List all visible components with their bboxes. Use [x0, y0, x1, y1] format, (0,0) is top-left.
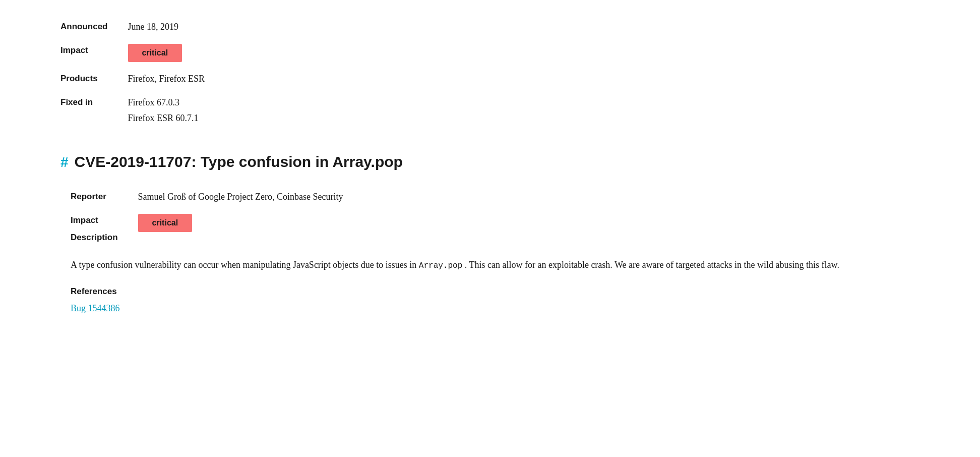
- cve-impact-label-text: Impact: [71, 214, 118, 227]
- references-label: References: [71, 285, 920, 298]
- cve-detail: Reporter Samuel Groß of Google Project Z…: [60, 185, 920, 315]
- announced-row: Announced June 18, 2019: [60, 15, 205, 39]
- products-value: Firefox, Firefox ESR: [128, 67, 205, 91]
- fixed-in-item-0: Firefox 67.0.3: [128, 96, 205, 109]
- description-text-part1: A type confusion vulnerability can occur…: [71, 260, 416, 270]
- description-code: Array.pop: [419, 261, 462, 270]
- top-meta-table: Announced June 18, 2019 Impact critical …: [60, 15, 205, 130]
- fixed-in-label: Fixed in: [60, 91, 128, 130]
- fixed-in-row: Fixed in Firefox 67.0.3 Firefox ESR 60.7…: [60, 91, 205, 130]
- cve-impact-row: Impact Description critical: [71, 209, 343, 254]
- cve-description-label: Description: [71, 227, 118, 249]
- top-meta-section: Announced June 18, 2019 Impact critical …: [60, 15, 920, 130]
- cve-impact-value: critical: [138, 209, 343, 254]
- cve-section: # CVE-2019-11707: Type confusion in Arra…: [60, 150, 920, 315]
- announced-value: June 18, 2019: [128, 15, 205, 39]
- bug-link[interactable]: Bug 1544386: [71, 303, 120, 313]
- impact-row: Impact critical: [60, 39, 205, 67]
- products-row: Products Firefox, Firefox ESR: [60, 67, 205, 91]
- description-text: A type confusion vulnerability can occur…: [71, 258, 920, 273]
- hash-icon: #: [60, 152, 69, 173]
- fixed-in-values: Firefox 67.0.3 Firefox ESR 60.7.1: [128, 91, 205, 130]
- fixed-in-list: Firefox 67.0.3 Firefox ESR 60.7.1: [128, 96, 205, 125]
- announced-label: Announced: [60, 15, 128, 39]
- cve-impact-label: Impact Description: [71, 209, 138, 254]
- description-text-part2: . This can allow for an exploitable cras…: [465, 260, 839, 270]
- cve-title: CVE-2019-11707: Type confusion in Array.…: [75, 150, 403, 173]
- reporter-row: Reporter Samuel Groß of Google Project Z…: [71, 185, 343, 209]
- reporter-label: Reporter: [71, 185, 138, 209]
- cve-impact-badge: critical: [138, 214, 193, 232]
- products-label: Products: [60, 67, 128, 91]
- cve-meta-table: Reporter Samuel Groß of Google Project Z…: [71, 185, 343, 254]
- fixed-in-item-1: Firefox ESR 60.7.1: [128, 111, 205, 125]
- impact-label: Impact: [60, 39, 128, 67]
- reporter-value: Samuel Groß of Google Project Zero, Coin…: [138, 185, 343, 209]
- impact-value: critical: [128, 39, 205, 67]
- cve-heading-row: # CVE-2019-11707: Type confusion in Arra…: [60, 150, 920, 173]
- impact-badge: critical: [128, 44, 182, 62]
